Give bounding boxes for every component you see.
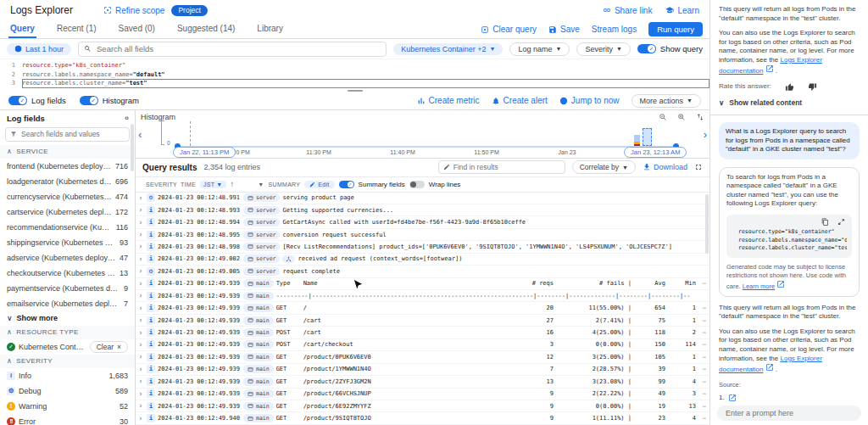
tab[interactable]: Recent (1) [55,20,98,38]
create-metric-button[interactable]: Create metric [417,96,480,105]
service-item[interactable]: loadgenerator (Kubernetes deployme 696 [0,174,135,189]
severity-filter-chip[interactable]: Severity▼ [576,42,630,56]
fields-scrollbar[interactable] [131,124,134,171]
log-source-chip[interactable]: server [243,243,280,251]
query-editor-line[interactable]: 1 resource.type="k8s_container" [0,61,709,70]
log-source-chip[interactable]: main [243,328,274,337]
resource-type-item[interactable]: ✓ Kubernetes Container Clear× [0,339,135,355]
histogram-bar-selected[interactable] [643,128,652,146]
log-entry-row[interactable]: › 2024-01-23 00:12:49.939 main GET [136,400,709,412]
summary-options-icon[interactable]: ▼ [258,182,264,187]
wrap-lines-toggle[interactable] [409,181,425,188]
expand-histogram-icon[interactable] [696,113,704,121]
expand-entry-chevron-icon[interactable]: › [137,292,144,299]
expand-entry-chevron-icon[interactable]: › [137,415,144,422]
service-item[interactable]: adservice (Kubernetes deployment) 47 [0,250,135,266]
service-item[interactable]: paymentservice (Kubernetes deployment) 9 [0,281,135,296]
log-source-chip[interactable]: main [243,292,274,300]
download-button[interactable]: Download [643,163,687,171]
log-entry-row[interactable]: › 2024-01-23 00:12:49.940 main GET [136,412,709,424]
log-source-chip[interactable]: server [243,206,280,215]
log-entry-row[interactable]: › 2024-01-23 00:12:49.939 main GET [136,376,709,388]
expand-entry-chevron-icon[interactable]: › [137,219,144,226]
severity-item[interactable]: Info 1,683 [0,368,135,383]
expand-entry-chevron-icon[interactable]: › [137,377,144,385]
expand-entry-chevron-icon[interactable]: › [137,341,144,349]
expand-entry-chevron-icon[interactable]: › [137,316,144,324]
expand-entry-chevron-icon[interactable]: › [137,231,144,238]
project-scope-badge[interactable]: Project [171,5,207,16]
tab[interactable]: Suggested (14) [175,20,236,38]
show-more-button[interactable]: ∨ Show more [0,311,135,326]
log-source-chip[interactable]: server [243,218,280,226]
log-source-chip[interactable]: main [243,389,274,398]
expand-entry-chevron-icon[interactable]: › [137,280,144,288]
severity-item[interactable]: Debug 589 [0,383,135,399]
expand-entry-chevron-icon[interactable]: › [137,329,144,337]
thumbs-down-button[interactable] [808,82,817,92]
log-source-chip[interactable]: main [243,304,274,312]
log-source-chip[interactable]: main [243,353,274,361]
log-entry-row[interactable]: › 2024-01-23 00:12:49.939 main GET [136,351,709,363]
service-item[interactable]: emailservice (Kubernetes deployment) 7 [0,296,135,311]
refine-scope-button[interactable]: Refine scope [103,6,164,15]
show-query-toggle[interactable] [637,44,656,53]
collapse-panel-icon[interactable]: ‹› [125,114,128,122]
learn-button[interactable]: Learn [665,6,699,15]
clear-filter-chip[interactable]: Clear× [90,341,128,353]
expand-entry-chevron-icon[interactable]: › [137,243,144,250]
find-in-results-input[interactable] [453,163,560,171]
edit-summary-chip[interactable]: Edit [304,181,334,188]
log-entry-row[interactable]: › 2024-01-23 00:12:49.939 main POST [136,327,709,338]
save-query-button[interactable]: Save [548,25,580,34]
time-axis[interactable] [178,146,677,148]
log-entry-row[interactable]: › 2024-01-23 00:12:49.939 main ---------… [136,290,709,302]
tab[interactable]: Query [8,20,36,38]
log-source-chip[interactable]: main [243,377,274,386]
service-item[interactable]: currencyservice (Kubernetes deploym 474 [0,189,135,204]
log-source-chip[interactable]: main [243,279,274,288]
clear-query-button[interactable]: Clear query [481,25,537,34]
service-item[interactable]: recommendationservice (Kubernetes 116 [0,220,135,235]
summary-fields-toggle[interactable] [339,181,354,188]
histogram-bar[interactable] [634,135,640,146]
results-scrollbar[interactable] [705,194,709,254]
expand-entry-chevron-icon[interactable]: › [137,366,144,373]
fields-search-input[interactable] [21,130,125,138]
log-entry-row[interactable]: › 2024-01-23 00:12:49.005 server request… [136,266,709,277]
run-query-button[interactable]: Run query [648,22,703,36]
log-entry-row[interactable]: › 2024-01-23 00:12:49.939 main GET [136,364,709,376]
tab[interactable]: Saved (0) [117,20,157,38]
log-source-chip[interactable]: main [243,365,274,373]
log-entry-row[interactable]: › 2024-01-23 00:12:49.939 main POST [136,339,709,351]
trace-chip[interactable] [282,255,295,263]
copy-code-icon[interactable] [821,218,829,226]
log-entry-row[interactable]: › 2024-01-23 00:12:48.995 server convers… [136,229,709,241]
source-item[interactable]: 1. [719,394,860,403]
log-entry-row[interactable]: › 2024-01-23 00:12:48.993 server Getting… [136,204,709,216]
expand-entry-chevron-icon[interactable]: › [137,390,144,398]
log-source-chip[interactable]: main [243,402,274,411]
log-entry-row[interactable]: › 2024-01-23 00:12:49.939 main GET [136,389,709,400]
service-item[interactable]: cartservice (Kubernetes deployment) 172 [0,204,135,220]
range-end-chip[interactable]: Jan 23, 12:13 AM [624,147,687,158]
log-source-chip[interactable]: server [243,267,280,276]
severity-item[interactable]: Error 30 [0,414,135,425]
log-entry-row[interactable]: › 2024-01-23 00:12:49.939 main GET [136,302,709,314]
query-editor-line[interactable]: 3 resource.labels.cluster_name="test" [0,79,709,88]
sort-ascending-icon[interactable]: ↑ [231,180,235,188]
search-all-fields-input[interactable] [97,44,381,53]
log-entry-row[interactable]: › 2024-01-23 00:12:48.998 server [Recv L… [136,241,709,253]
log-entry-row[interactable]: › 2024-01-23 00:12:48.994 server GetCart… [136,216,709,228]
query-editor-line[interactable]: 2 resource.labels.namespace_name="defaul… [0,70,709,80]
learn-more-link[interactable]: Learn more [743,282,775,290]
expand-entry-chevron-icon[interactable]: › [137,305,144,312]
zoom-out-icon[interactable] [659,113,667,121]
log-source-chip[interactable]: server [243,193,280,202]
scroll-left-icon[interactable]: ‹ [138,129,142,140]
expand-entry-chevron-icon[interactable]: › [137,402,144,410]
log-source-chip[interactable]: main [243,414,274,422]
log-source-chip[interactable]: main [243,316,274,325]
resource-filter-chip[interactable]: Kubernetes Container +2▼ [393,43,503,55]
time-range-chip[interactable]: Last 1 hour [7,43,71,55]
